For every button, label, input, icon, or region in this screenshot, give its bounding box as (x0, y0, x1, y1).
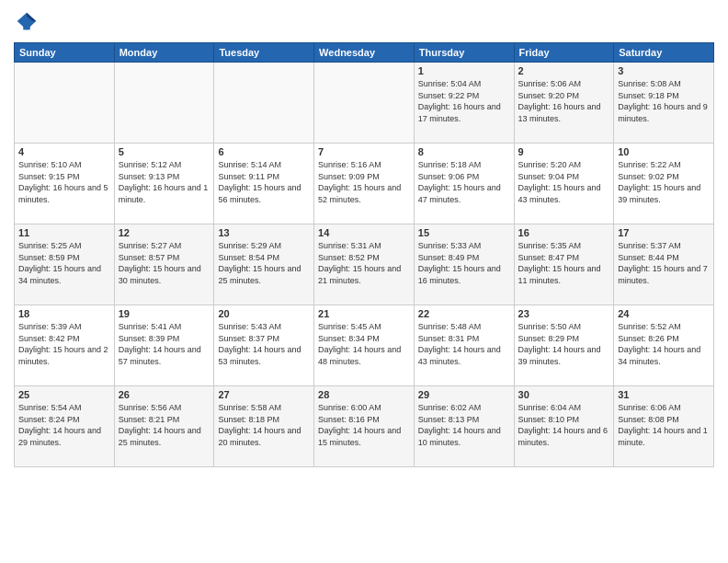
day-info: Sunrise: 5:18 AMSunset: 9:06 PMDaylight:… (418, 159, 510, 205)
day-number: 20 (218, 308, 310, 319)
day-number: 4 (18, 146, 110, 157)
day-info: Sunrise: 5:58 AMSunset: 8:18 PMDaylight:… (218, 402, 310, 448)
calendar-day-cell: 8Sunrise: 5:18 AMSunset: 9:06 PMDaylight… (414, 144, 514, 224)
day-info: Sunrise: 5:06 AMSunset: 9:20 PMDaylight:… (518, 78, 610, 124)
calendar-day-cell: 1Sunrise: 5:04 AMSunset: 9:22 PMDaylight… (414, 63, 514, 144)
day-info: Sunrise: 5:39 AMSunset: 8:42 PMDaylight:… (18, 321, 110, 367)
weekday-header: Sunday (15, 43, 115, 63)
day-number: 30 (518, 389, 610, 400)
day-number: 28 (318, 389, 410, 400)
day-info: Sunrise: 5:31 AMSunset: 8:52 PMDaylight:… (318, 240, 410, 286)
day-number: 13 (218, 227, 310, 238)
day-info: Sunrise: 5:12 AMSunset: 9:13 PMDaylight:… (119, 159, 210, 205)
day-number: 9 (518, 146, 610, 157)
day-number: 14 (318, 227, 410, 238)
calendar-day-cell: 29Sunrise: 6:02 AMSunset: 8:13 PMDayligh… (414, 386, 514, 467)
day-info: Sunrise: 5:25 AMSunset: 8:59 PMDaylight:… (18, 240, 110, 286)
day-number: 22 (418, 308, 510, 319)
calendar-day-cell: 10Sunrise: 5:22 AMSunset: 9:02 PMDayligh… (614, 144, 714, 224)
day-number: 18 (18, 308, 110, 319)
day-info: Sunrise: 5:22 AMSunset: 9:02 PMDaylight:… (618, 159, 710, 205)
day-info: Sunrise: 5:04 AMSunset: 9:22 PMDaylight:… (418, 78, 510, 124)
day-number: 3 (618, 65, 710, 76)
calendar-day-cell: 25Sunrise: 5:54 AMSunset: 8:24 PMDayligh… (15, 386, 115, 467)
weekday-header: Saturday (614, 43, 714, 63)
day-number: 17 (618, 227, 710, 238)
calendar-day-cell (214, 63, 314, 144)
day-number: 23 (518, 308, 610, 319)
calendar-day-cell: 30Sunrise: 6:04 AMSunset: 8:10 PMDayligh… (514, 386, 614, 467)
calendar-day-cell: 13Sunrise: 5:29 AMSunset: 8:54 PMDayligh… (214, 224, 314, 305)
day-info: Sunrise: 5:29 AMSunset: 8:54 PMDaylight:… (218, 240, 310, 286)
calendar-day-cell (114, 63, 214, 144)
calendar-day-cell: 20Sunrise: 5:43 AMSunset: 8:37 PMDayligh… (214, 305, 314, 386)
day-info: Sunrise: 5:20 AMSunset: 9:04 PMDaylight:… (518, 159, 610, 205)
calendar-day-cell: 7Sunrise: 5:16 AMSunset: 9:09 PMDaylight… (314, 144, 415, 224)
day-info: Sunrise: 5:50 AMSunset: 8:29 PMDaylight:… (518, 321, 610, 367)
day-info: Sunrise: 5:27 AMSunset: 8:57 PMDaylight:… (119, 240, 210, 286)
day-number: 25 (18, 389, 110, 400)
weekday-header: Monday (114, 43, 214, 63)
calendar-day-cell: 22Sunrise: 5:48 AMSunset: 8:31 PMDayligh… (414, 305, 514, 386)
day-info: Sunrise: 6:04 AMSunset: 8:10 PMDaylight:… (518, 402, 610, 448)
day-number: 15 (418, 227, 510, 238)
day-number: 21 (318, 308, 410, 319)
calendar-week-row: 4Sunrise: 5:10 AMSunset: 9:15 PMDaylight… (15, 144, 714, 224)
day-number: 24 (618, 308, 710, 319)
weekday-row: SundayMondayTuesdayWednesdayThursdayFrid… (15, 43, 714, 63)
page: SundayMondayTuesdayWednesdayThursdayFrid… (0, 0, 728, 563)
calendar-day-cell: 27Sunrise: 5:58 AMSunset: 8:18 PMDayligh… (214, 386, 314, 467)
calendar-week-row: 11Sunrise: 5:25 AMSunset: 8:59 PMDayligh… (15, 224, 714, 305)
day-info: Sunrise: 6:02 AMSunset: 8:13 PMDaylight:… (418, 402, 510, 448)
calendar-day-cell: 4Sunrise: 5:10 AMSunset: 9:15 PMDaylight… (15, 144, 115, 224)
calendar-day-cell: 16Sunrise: 5:35 AMSunset: 8:47 PMDayligh… (514, 224, 614, 305)
calendar-day-cell: 11Sunrise: 5:25 AMSunset: 8:59 PMDayligh… (15, 224, 115, 305)
day-info: Sunrise: 5:16 AMSunset: 9:09 PMDaylight:… (318, 159, 410, 205)
calendar-day-cell: 9Sunrise: 5:20 AMSunset: 9:04 PMDaylight… (514, 144, 614, 224)
day-number: 6 (218, 146, 310, 157)
day-info: Sunrise: 5:37 AMSunset: 8:44 PMDaylight:… (618, 240, 710, 286)
day-number: 7 (318, 146, 410, 157)
calendar-body: 1Sunrise: 5:04 AMSunset: 9:22 PMDaylight… (15, 63, 714, 467)
weekday-header: Tuesday (214, 43, 314, 63)
day-number: 26 (119, 389, 210, 400)
day-number: 12 (119, 227, 210, 238)
day-info: Sunrise: 5:45 AMSunset: 8:34 PMDaylight:… (318, 321, 410, 367)
day-number: 11 (18, 227, 110, 238)
logo (14, 9, 43, 35)
calendar-day-cell: 23Sunrise: 5:50 AMSunset: 8:29 PMDayligh… (514, 305, 614, 386)
day-info: Sunrise: 5:14 AMSunset: 9:11 PMDaylight:… (218, 159, 310, 205)
calendar-day-cell: 26Sunrise: 5:56 AMSunset: 8:21 PMDayligh… (114, 386, 214, 467)
day-number: 29 (418, 389, 510, 400)
day-info: Sunrise: 5:33 AMSunset: 8:49 PMDaylight:… (418, 240, 510, 286)
day-info: Sunrise: 5:48 AMSunset: 8:31 PMDaylight:… (418, 321, 510, 367)
calendar-day-cell: 15Sunrise: 5:33 AMSunset: 8:49 PMDayligh… (414, 224, 514, 305)
calendar-week-row: 18Sunrise: 5:39 AMSunset: 8:42 PMDayligh… (15, 305, 714, 386)
day-number: 5 (119, 146, 210, 157)
calendar-day-cell (314, 63, 415, 144)
logo-icon (14, 9, 40, 35)
day-number: 10 (618, 146, 710, 157)
calendar-day-cell: 6Sunrise: 5:14 AMSunset: 9:11 PMDaylight… (214, 144, 314, 224)
calendar-day-cell: 5Sunrise: 5:12 AMSunset: 9:13 PMDaylight… (114, 144, 214, 224)
svg-rect-2 (23, 25, 29, 30)
calendar-day-cell (15, 63, 115, 144)
weekday-header: Thursday (414, 43, 514, 63)
calendar-day-cell: 3Sunrise: 5:08 AMSunset: 9:18 PMDaylight… (614, 63, 714, 144)
calendar-table: SundayMondayTuesdayWednesdayThursdayFrid… (14, 42, 714, 467)
calendar-day-cell: 12Sunrise: 5:27 AMSunset: 8:57 PMDayligh… (114, 224, 214, 305)
day-info: Sunrise: 5:54 AMSunset: 8:24 PMDaylight:… (18, 402, 110, 448)
header (14, 9, 714, 35)
day-number: 19 (119, 308, 210, 319)
day-info: Sunrise: 5:08 AMSunset: 9:18 PMDaylight:… (618, 78, 710, 124)
calendar-header: SundayMondayTuesdayWednesdayThursdayFrid… (15, 43, 714, 63)
day-info: Sunrise: 5:56 AMSunset: 8:21 PMDaylight:… (119, 402, 210, 448)
calendar-day-cell: 14Sunrise: 5:31 AMSunset: 8:52 PMDayligh… (314, 224, 415, 305)
day-info: Sunrise: 5:35 AMSunset: 8:47 PMDaylight:… (518, 240, 610, 286)
calendar-day-cell: 31Sunrise: 6:06 AMSunset: 8:08 PMDayligh… (614, 386, 714, 467)
day-number: 8 (418, 146, 510, 157)
calendar-week-row: 25Sunrise: 5:54 AMSunset: 8:24 PMDayligh… (15, 386, 714, 467)
calendar-day-cell: 19Sunrise: 5:41 AMSunset: 8:39 PMDayligh… (114, 305, 214, 386)
calendar-week-row: 1Sunrise: 5:04 AMSunset: 9:22 PMDaylight… (15, 63, 714, 144)
day-number: 16 (518, 227, 610, 238)
